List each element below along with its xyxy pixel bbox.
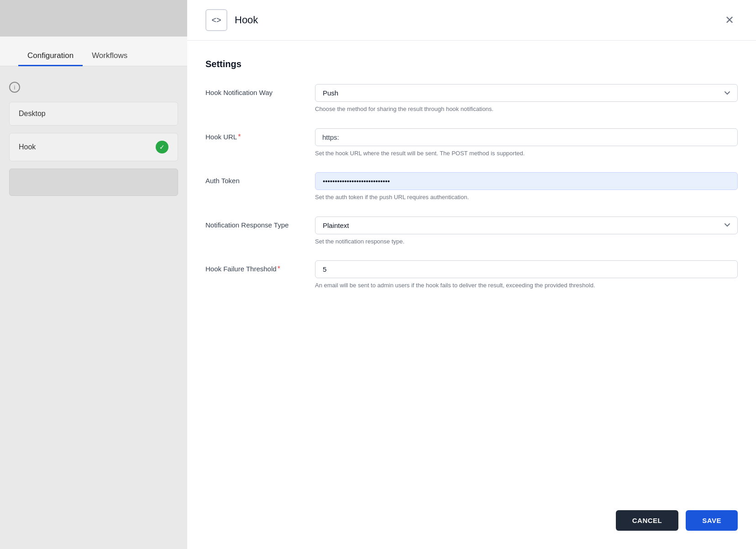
form-row-hook-url: Hook URL* https: Set the hook URL where …: [205, 128, 738, 158]
left-panel-top: [0, 0, 187, 37]
modal-body: Settings Hook Notification Way Push Pull…: [187, 41, 756, 501]
form-row-hook-failure-threshold: Hook Failure Threshold* An email will be…: [205, 260, 738, 290]
hook-url-required: *: [238, 133, 241, 141]
left-panel-content: i Desktop Hook ✓: [0, 66, 187, 549]
hook-notification-way-hint: Choose the method for sharing the result…: [315, 105, 738, 114]
notification-response-type-select[interactable]: Plaintext JSON XML: [315, 216, 738, 234]
label-notification-response-type: Notification Response Type: [205, 216, 297, 229]
card-placeholder: [9, 169, 178, 196]
modal-title: Hook: [235, 14, 258, 26]
threshold-required: *: [278, 265, 280, 273]
auth-token-hint: Set the auth token if the push URL requi…: [315, 193, 738, 202]
cancel-button[interactable]: CANCEL: [616, 510, 679, 531]
tab-workflows[interactable]: Workflows: [83, 46, 136, 66]
label-hook-failure-threshold: Hook Failure Threshold*: [205, 260, 297, 273]
save-button[interactable]: SAVE: [686, 510, 738, 531]
code-icon: <>: [205, 9, 227, 31]
desktop-card[interactable]: Desktop: [9, 102, 178, 126]
notification-response-type-hint: Set the notification response type.: [315, 237, 738, 246]
modal-footer: CANCEL SAVE: [187, 501, 756, 549]
settings-title: Settings: [205, 59, 738, 69]
form-row-hook-notification-way: Hook Notification Way Push Pull Choose t…: [205, 84, 738, 114]
field-hook-failure-threshold: An email will be sent to admin users if …: [315, 260, 738, 290]
label-hook-url: Hook URL*: [205, 128, 297, 141]
modal-header: <> Hook ✕: [187, 0, 756, 41]
info-icon: i: [9, 82, 20, 93]
label-hook-notification-way: Hook Notification Way: [205, 84, 297, 97]
hook-url-input[interactable]: [315, 128, 738, 146]
tab-configuration[interactable]: Configuration: [18, 46, 83, 66]
left-panel: Configuration Workflows i Desktop Hook ✓: [0, 0, 187, 549]
field-notification-response-type: Plaintext JSON XML Set the notification …: [315, 216, 738, 246]
hook-failure-threshold-input[interactable]: [315, 260, 738, 278]
check-badge: ✓: [156, 141, 168, 153]
url-input-wrapper: https:: [315, 128, 738, 146]
modal-panel: <> Hook ✕ Settings Hook Notification Way…: [187, 0, 756, 549]
field-hook-url: https: Set the hook URL where the result…: [315, 128, 738, 158]
close-button[interactable]: ✕: [721, 12, 738, 28]
label-auth-token: Auth Token: [205, 172, 297, 185]
form-row-notification-response-type: Notification Response Type Plaintext JSO…: [205, 216, 738, 246]
field-hook-notification-way: Push Pull Choose the method for sharing …: [315, 84, 738, 114]
header-left: <> Hook: [205, 9, 258, 31]
auth-token-input[interactable]: [315, 172, 738, 190]
hook-url-hint: Set the hook URL where the result will b…: [315, 149, 738, 158]
form-row-auth-token: Auth Token Set the auth token if the pus…: [205, 172, 738, 202]
info-row: i: [9, 80, 178, 95]
hook-notification-way-select[interactable]: Push Pull: [315, 84, 738, 102]
field-auth-token: Set the auth token if the push URL requi…: [315, 172, 738, 202]
tabs-row: Configuration Workflows: [0, 37, 187, 66]
hook-failure-threshold-hint: An email will be sent to admin users if …: [315, 281, 738, 290]
hook-card[interactable]: Hook ✓: [9, 133, 178, 161]
